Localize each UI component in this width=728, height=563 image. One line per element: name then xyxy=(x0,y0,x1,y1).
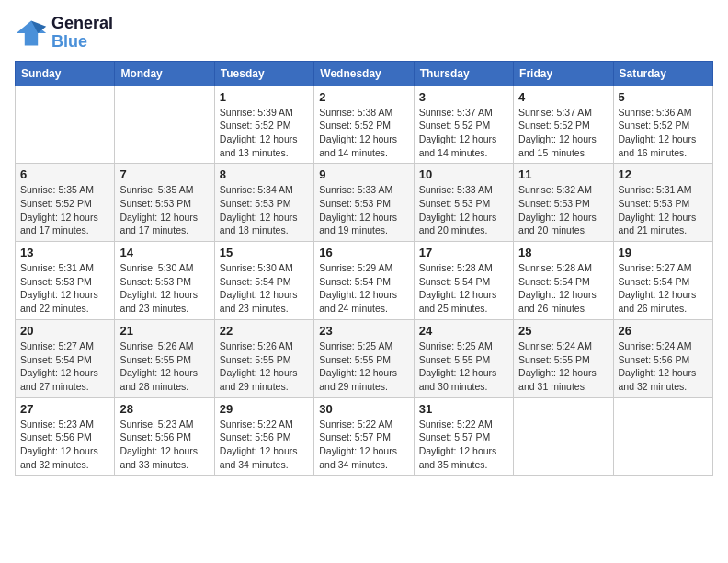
col-header-tuesday: Tuesday xyxy=(214,61,313,86)
calendar-cell xyxy=(16,86,115,164)
day-number: 6 xyxy=(20,167,109,181)
calendar-cell: 12Sunrise: 5:31 AM Sunset: 5:53 PM Dayli… xyxy=(613,164,712,242)
day-detail: Sunrise: 5:30 AM Sunset: 5:54 PM Dayligh… xyxy=(220,261,309,316)
logo-icon xyxy=(15,17,48,50)
calendar-cell: 3Sunrise: 5:37 AM Sunset: 5:52 PM Daylig… xyxy=(414,86,513,164)
calendar-cell: 15Sunrise: 5:30 AM Sunset: 5:54 PM Dayli… xyxy=(214,242,313,320)
calendar-cell: 1Sunrise: 5:39 AM Sunset: 5:52 PM Daylig… xyxy=(214,86,313,164)
calendar-week-3: 13Sunrise: 5:31 AM Sunset: 5:53 PM Dayli… xyxy=(16,242,713,320)
day-detail: Sunrise: 5:22 AM Sunset: 5:57 PM Dayligh… xyxy=(419,418,508,472)
logo-text: General Blue xyxy=(51,15,113,52)
day-detail: Sunrise: 5:22 AM Sunset: 5:57 PM Dayligh… xyxy=(319,418,408,472)
day-number: 3 xyxy=(419,90,508,104)
day-number: 20 xyxy=(20,324,109,338)
day-number: 12 xyxy=(619,167,708,181)
calendar-week-5: 27Sunrise: 5:23 AM Sunset: 5:56 PM Dayli… xyxy=(16,397,713,476)
day-detail: Sunrise: 5:39 AM Sunset: 5:52 PM Dayligh… xyxy=(220,106,309,160)
calendar-cell: 10Sunrise: 5:33 AM Sunset: 5:53 PM Dayli… xyxy=(414,164,513,242)
day-detail: Sunrise: 5:25 AM Sunset: 5:55 PM Dayligh… xyxy=(419,339,508,394)
calendar-cell: 25Sunrise: 5:24 AM Sunset: 5:55 PM Dayli… xyxy=(514,319,613,397)
day-detail: Sunrise: 5:23 AM Sunset: 5:56 PM Dayligh… xyxy=(119,418,209,472)
calendar-cell xyxy=(514,397,613,476)
day-detail: Sunrise: 5:37 AM Sunset: 5:52 PM Dayligh… xyxy=(518,106,608,160)
calendar-cell: 8Sunrise: 5:34 AM Sunset: 5:53 PM Daylig… xyxy=(214,164,313,242)
calendar-cell: 19Sunrise: 5:27 AM Sunset: 5:54 PM Dayli… xyxy=(613,242,712,320)
calendar-cell: 22Sunrise: 5:26 AM Sunset: 5:55 PM Dayli… xyxy=(214,319,313,397)
day-detail: Sunrise: 5:23 AM Sunset: 5:56 PM Dayligh… xyxy=(20,418,109,472)
day-number: 16 xyxy=(319,246,408,259)
day-detail: Sunrise: 5:24 AM Sunset: 5:55 PM Dayligh… xyxy=(518,339,608,394)
calendar-cell: 9Sunrise: 5:33 AM Sunset: 5:53 PM Daylig… xyxy=(314,164,414,242)
calendar-cell xyxy=(613,397,712,476)
day-number: 4 xyxy=(518,90,608,104)
col-header-thursday: Thursday xyxy=(414,61,513,86)
calendar-cell: 2Sunrise: 5:38 AM Sunset: 5:52 PM Daylig… xyxy=(314,86,414,164)
day-detail: Sunrise: 5:34 AM Sunset: 5:53 PM Dayligh… xyxy=(220,183,309,237)
calendar-table: SundayMondayTuesdayWednesdayThursdayFrid… xyxy=(15,61,713,477)
day-detail: Sunrise: 5:38 AM Sunset: 5:52 PM Dayligh… xyxy=(319,106,408,160)
calendar-week-4: 20Sunrise: 5:27 AM Sunset: 5:54 PM Dayli… xyxy=(16,319,713,397)
day-detail: Sunrise: 5:35 AM Sunset: 5:53 PM Dayligh… xyxy=(119,183,209,237)
day-number: 14 xyxy=(119,246,209,259)
day-detail: Sunrise: 5:31 AM Sunset: 5:53 PM Dayligh… xyxy=(619,183,708,237)
calendar-cell: 7Sunrise: 5:35 AM Sunset: 5:53 PM Daylig… xyxy=(115,164,214,242)
calendar-cell: 11Sunrise: 5:32 AM Sunset: 5:53 PM Dayli… xyxy=(514,164,613,242)
calendar-cell: 4Sunrise: 5:37 AM Sunset: 5:52 PM Daylig… xyxy=(514,86,613,164)
day-detail: Sunrise: 5:36 AM Sunset: 5:52 PM Dayligh… xyxy=(619,106,708,160)
day-number: 13 xyxy=(20,246,109,259)
calendar-cell: 31Sunrise: 5:22 AM Sunset: 5:57 PM Dayli… xyxy=(414,397,513,476)
day-number: 2 xyxy=(319,90,408,104)
svg-marker-0 xyxy=(17,20,46,45)
day-number: 19 xyxy=(619,246,708,259)
day-number: 23 xyxy=(319,324,408,338)
day-detail: Sunrise: 5:26 AM Sunset: 5:55 PM Dayligh… xyxy=(119,339,209,394)
day-number: 22 xyxy=(220,324,309,338)
calendar-cell: 16Sunrise: 5:29 AM Sunset: 5:54 PM Dayli… xyxy=(314,242,414,320)
day-number: 25 xyxy=(518,324,608,338)
col-header-wednesday: Wednesday xyxy=(314,61,414,86)
day-detail: Sunrise: 5:31 AM Sunset: 5:53 PM Dayligh… xyxy=(20,261,109,316)
calendar-cell: 5Sunrise: 5:36 AM Sunset: 5:52 PM Daylig… xyxy=(613,86,712,164)
day-number: 30 xyxy=(319,402,408,416)
day-number: 24 xyxy=(419,324,508,338)
day-detail: Sunrise: 5:29 AM Sunset: 5:54 PM Dayligh… xyxy=(319,261,408,316)
day-number: 28 xyxy=(119,402,209,416)
day-number: 11 xyxy=(518,167,608,181)
day-number: 18 xyxy=(518,246,608,259)
day-detail: Sunrise: 5:33 AM Sunset: 5:53 PM Dayligh… xyxy=(419,183,508,237)
calendar-cell xyxy=(115,86,214,164)
col-header-sunday: Sunday xyxy=(16,61,115,86)
col-header-monday: Monday xyxy=(115,61,214,86)
day-number: 26 xyxy=(619,324,708,338)
day-detail: Sunrise: 5:25 AM Sunset: 5:55 PM Dayligh… xyxy=(319,339,408,394)
day-detail: Sunrise: 5:26 AM Sunset: 5:55 PM Dayligh… xyxy=(220,339,309,394)
day-number: 15 xyxy=(220,246,309,259)
calendar-cell: 14Sunrise: 5:30 AM Sunset: 5:53 PM Dayli… xyxy=(115,242,214,320)
calendar-cell: 18Sunrise: 5:28 AM Sunset: 5:54 PM Dayli… xyxy=(514,242,613,320)
day-detail: Sunrise: 5:28 AM Sunset: 5:54 PM Dayligh… xyxy=(419,261,508,316)
calendar-cell: 24Sunrise: 5:25 AM Sunset: 5:55 PM Dayli… xyxy=(414,319,513,397)
col-header-friday: Friday xyxy=(514,61,613,86)
calendar-cell: 28Sunrise: 5:23 AM Sunset: 5:56 PM Dayli… xyxy=(115,397,214,476)
calendar-cell: 17Sunrise: 5:28 AM Sunset: 5:54 PM Dayli… xyxy=(414,242,513,320)
calendar-week-1: 1Sunrise: 5:39 AM Sunset: 5:52 PM Daylig… xyxy=(16,86,713,164)
day-number: 9 xyxy=(319,167,408,181)
day-number: 31 xyxy=(419,402,508,416)
day-number: 27 xyxy=(20,402,109,416)
calendar-cell: 29Sunrise: 5:22 AM Sunset: 5:56 PM Dayli… xyxy=(214,397,313,476)
logo: General Blue xyxy=(15,15,113,52)
day-detail: Sunrise: 5:27 AM Sunset: 5:54 PM Dayligh… xyxy=(619,261,708,316)
day-detail: Sunrise: 5:33 AM Sunset: 5:53 PM Dayligh… xyxy=(319,183,408,237)
day-number: 21 xyxy=(119,324,209,338)
day-number: 7 xyxy=(119,167,209,181)
day-number: 29 xyxy=(220,402,309,416)
calendar-cell: 26Sunrise: 5:24 AM Sunset: 5:56 PM Dayli… xyxy=(613,319,712,397)
day-detail: Sunrise: 5:27 AM Sunset: 5:54 PM Dayligh… xyxy=(20,339,109,394)
calendar-header-row: SundayMondayTuesdayWednesdayThursdayFrid… xyxy=(16,61,713,86)
day-detail: Sunrise: 5:37 AM Sunset: 5:52 PM Dayligh… xyxy=(419,106,508,160)
day-detail: Sunrise: 5:32 AM Sunset: 5:53 PM Dayligh… xyxy=(518,183,608,237)
col-header-saturday: Saturday xyxy=(613,61,712,86)
day-number: 10 xyxy=(419,167,508,181)
calendar-cell: 21Sunrise: 5:26 AM Sunset: 5:55 PM Dayli… xyxy=(115,319,214,397)
page-header: General Blue xyxy=(15,15,713,52)
